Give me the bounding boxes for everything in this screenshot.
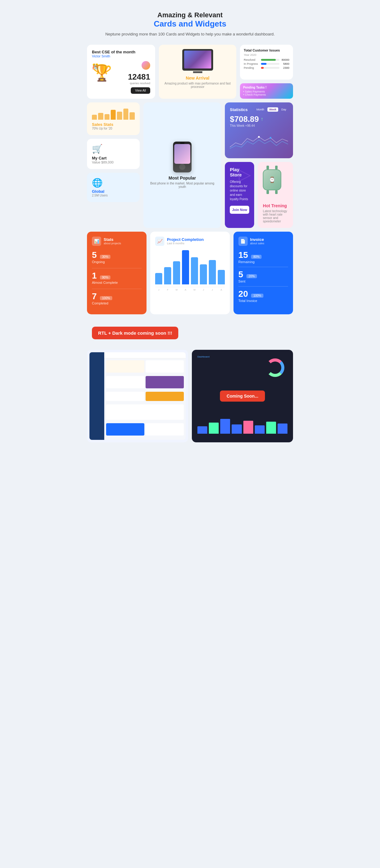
issues-column: Total Customer Issues Year 2020 Resolved… [240,45,293,99]
sp-label-almost: Almost Complete [92,281,141,284]
sp-badge-ongoing: 30% [100,255,110,259]
sp-header: 📊 Stats about projects [92,237,141,246]
card-my-cart: 🛒 My Cart Value $89,000 [87,139,140,169]
stats-up-arrow: ↑ [261,116,263,122]
dm-card-8 [106,423,144,436]
progress-val: 5800 [281,62,289,65]
pending-val: 2300 [281,66,289,69]
header-desc: Neptune providing more than 100 Cards an… [88,31,292,37]
card-pending-tasks: Pending Tasks ! • Sales Payments • Check… [240,83,293,99]
card-statistics: Statistics Month Week Day $708.89 ↑ This… [225,102,293,158]
dark-bar3 [220,419,230,434]
col-right-r2: Statistics Month Week Day $708.89 ↑ This… [225,102,293,228]
card-stats-projects: 📊 Stats about projects 5 30% Ongoing 1 9… [87,231,147,314]
sp-num-completed: 7 [92,291,97,301]
pc-icon: 📈 [155,237,164,246]
pending-item-2: • Check Payments [243,93,290,96]
inv-title: Invoice [250,237,264,242]
phone-title: Most Popular [169,176,196,181]
watch-image: ⌚ [263,169,281,190]
dashboard-mockup-light [90,352,186,440]
bar2 [98,113,103,120]
watch-container: ⌚ [266,167,285,188]
watch-band-bottom2 [275,190,278,194]
stats-amount: $708.89 [230,115,259,124]
dm-card-9 [146,423,184,436]
card-invoice: 📄 Invoice about sales 15 80% Remaining 5… [233,231,293,314]
dark-donut [266,359,284,377]
issues-title: Total Customer Issues [244,49,289,52]
pc-bar2 [164,267,171,284]
resolved-val: 80000 [281,58,289,61]
tab-month[interactable]: Month [255,107,266,112]
svg-point-1 [270,137,272,138]
dm-card-3 [106,376,144,389]
cart-value: Value $89,000 [92,160,135,164]
join-now-button[interactable]: Join Now [230,206,249,214]
col-left-r2: Sales Stats 70% Up for '20 🛒 My Cart Val… [87,102,140,228]
label-a2: A [218,288,225,291]
dark-bar8 [278,424,287,434]
inv-label-sent: Sent [239,279,288,283]
pc-bar4 [182,250,189,284]
row1: Best CSE of the month Victor Smith 🎊 🏆 1… [87,45,293,99]
sp-badge-completed: 100% [100,296,112,300]
new-arrival-desc: Amazing product with max performance and… [163,82,232,89]
queries-area: 12481 queries resolved [128,61,150,85]
pending-bar-wrap [261,67,280,69]
queries-count: 12481 [128,72,150,82]
phone-camera [180,143,185,144]
inv-stat-remaining: 15 80% Remaining [239,250,288,264]
sp-icon: 📊 [92,237,101,246]
dark-bars [197,415,287,434]
sp-label-ongoing: Ongoing [92,260,141,264]
sales-title: Sales Stats [92,122,135,127]
card-sales-stats: Sales Stats 70% Up for '20 [87,102,140,135]
sp-title: Stats [104,237,121,242]
tab-day[interactable]: Day [280,107,288,112]
sales-bar-chart [92,107,135,120]
global-title: Global [92,189,135,194]
issues-row-resolved: Resolved 80000 [244,58,289,61]
pc-bar1 [155,273,162,284]
label-j2: J [200,288,207,291]
hot-trending-desc: Latest technology with heart rate sensor… [263,210,288,223]
tab-week[interactable]: Week [267,107,278,112]
label-j: J [155,288,162,291]
pc-bar8 [218,270,225,284]
label-m2: M [191,288,198,291]
globe-icon: 🌐 [92,178,135,188]
sp-label-completed: Completed [92,301,141,305]
inv-num-total: 20 [239,289,248,299]
stats-title: Statistics [230,107,248,112]
cart-icon: 🛒 [92,144,135,154]
row3: 📊 Stats about projects 5 30% Ongoing 1 9… [87,231,293,314]
best-cse-title: Best CSE of the month [92,50,150,54]
pc-bar3 [173,261,180,284]
view-all-button[interactable]: View All [131,87,150,94]
dark-label: Dashboard [197,355,210,358]
screenshot-light [87,350,188,442]
dark-bar2 [209,423,219,434]
avatar [141,61,150,70]
watch-band-top [266,166,269,169]
bar5 [117,112,122,120]
play-desc: Offering discounts for online store and … [230,180,249,202]
monitor-image [182,49,213,71]
card-global: 🌐 Global 2.5M Users [87,173,140,202]
bar1 [92,115,97,119]
bar4 [111,110,116,120]
cart-title: My Cart [92,156,135,160]
stats-tabs: Month Week Day [255,107,288,112]
cards-section: Best CSE of the month Victor Smith 🎊 🏆 1… [82,45,298,327]
header-line2: Cards and Widgets [88,19,292,29]
coming-soon-overlay: Coming Soon... [220,391,265,402]
pc-bar6 [200,265,207,284]
best-cse-person: Victor Smith [92,54,150,58]
label-f: F [164,288,171,291]
screenshot-dark: Dashboard Coming Soon... [192,350,293,442]
queries-label: queries resolved [128,82,150,85]
hot-trending-title: Hot Trening [263,203,288,208]
pc-bar7 [209,260,216,284]
progress-label: In Progress [244,62,260,65]
